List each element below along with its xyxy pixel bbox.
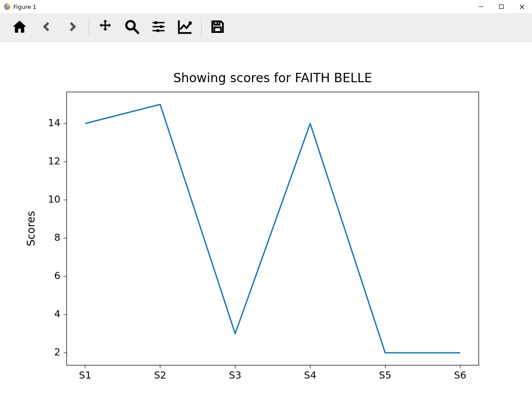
svg-rect-2	[500, 5, 504, 9]
svg-rect-14	[217, 22, 218, 24]
window-title: Figure 1	[13, 4, 36, 10]
window-controls	[471, 0, 532, 13]
x-tick-label: S1	[79, 370, 91, 381]
svg-line-6	[134, 29, 139, 33]
home-icon	[12, 19, 28, 36]
y-tick-label: 12	[48, 156, 60, 167]
toolbar-separator	[89, 18, 89, 37]
svg-rect-12	[157, 29, 159, 32]
x-tick-label: S3	[229, 370, 242, 381]
save-icon	[210, 19, 226, 36]
plot-area: 2468101214S1S2S3S4S5S6ScoresShowing scor…	[0, 42, 532, 399]
svg-rect-8	[155, 21, 157, 24]
magnifier-icon	[123, 18, 140, 37]
y-tick-label: 8	[54, 232, 60, 243]
maximize-button[interactable]	[491, 0, 512, 13]
titlebar: Figure 1	[0, 0, 532, 13]
chart-line-icon	[177, 18, 194, 37]
app-icon	[4, 3, 11, 10]
y-tick-label: 6	[54, 270, 60, 281]
home-button[interactable]	[8, 16, 31, 39]
configure-subplots-button[interactable]	[147, 16, 170, 39]
x-tick-label: S4	[304, 370, 316, 381]
chart-title: Showing scores for FAITH BELLE	[173, 71, 372, 85]
x-tick-label: S5	[379, 370, 391, 381]
y-tick-label: 14	[48, 117, 60, 128]
minimize-button[interactable]	[471, 0, 491, 13]
pan-button[interactable]	[94, 16, 117, 39]
arrow-right-icon	[65, 19, 81, 36]
chart[interactable]: 2468101214S1S2S3S4S5S6ScoresShowing scor…	[0, 42, 532, 399]
data-line	[85, 104, 460, 353]
sliders-icon	[151, 19, 167, 36]
forward-button[interactable]	[61, 16, 84, 39]
back-button[interactable]	[35, 16, 58, 39]
zoom-button[interactable]	[120, 16, 143, 39]
move-icon	[97, 18, 114, 37]
edit-axes-button[interactable]	[174, 16, 197, 39]
save-button[interactable]	[206, 16, 229, 39]
toolbar	[0, 13, 532, 42]
close-button[interactable]	[512, 0, 532, 13]
x-tick-label: S6	[454, 370, 466, 381]
y-tick-label: 4	[54, 308, 60, 319]
arrow-left-icon	[38, 19, 54, 36]
toolbar-separator	[201, 18, 202, 37]
svg-rect-10	[160, 25, 163, 28]
y-axis-label: Scores	[25, 211, 37, 247]
x-tick-label: S2	[154, 370, 167, 381]
svg-rect-15	[214, 28, 221, 32]
y-tick-label: 10	[48, 194, 60, 205]
y-tick-label: 2	[54, 347, 60, 358]
